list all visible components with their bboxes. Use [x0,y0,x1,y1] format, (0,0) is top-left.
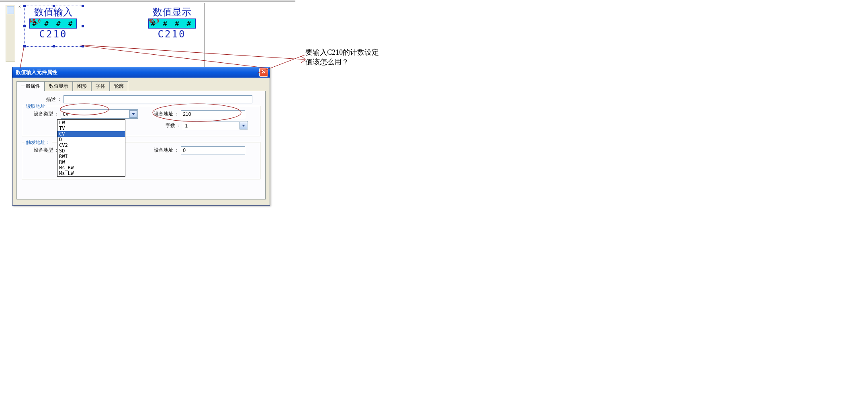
device-address-label: 设备地址 ： [154,147,179,154]
tab-graphic[interactable]: 图形 [73,81,91,91]
dropdown-option[interactable]: RWI [57,154,125,159]
dropdown-option[interactable]: D [57,137,125,142]
tab-outline[interactable]: 轮廓 [110,81,128,91]
dropdown-option[interactable]: Ms_LW [57,171,125,176]
word-count-value: 1 [183,123,239,129]
device-type-dropdown[interactable]: LWTVCVDCV2SDRWIRWMs_RWMs_LW [57,119,125,177]
widget-address: C210 [143,29,201,40]
device-type-value: CV [61,111,129,117]
dialog-tabs: 一般属性 数值显示 图形 字体 轮廓 [12,78,270,91]
description-input[interactable] [63,95,252,103]
tab-panel-general: 描述 ： 读取地址 设备类型 ： CV 设备地址 ： 字数 ： 1 [16,91,266,199]
tab-general[interactable]: 一般属性 [16,81,45,91]
description-label: 描述 ： [22,96,62,103]
dropdown-option[interactable]: SD [57,148,125,154]
device-type-combo[interactable]: CV [61,109,138,119]
group-title: 触发地址： [25,139,52,146]
close-icon [262,70,266,74]
tab-numeric-display[interactable]: 数值显示 [45,81,73,91]
device-address-input[interactable] [181,110,245,118]
dialog-title: 数值输入元件属性 [16,69,57,76]
panel-close-x[interactable]: × [17,4,23,10]
chevron-down-icon[interactable] [240,122,247,130]
selection-handles[interactable] [24,6,83,47]
chevron-down-icon[interactable] [129,110,137,118]
svg-line-3 [301,60,305,63]
device-type-label: 设备类型 ： [25,147,59,154]
canvas-divider [205,3,205,68]
dropdown-option[interactable]: RW [57,159,125,165]
design-canvas: × 数值输入 NE_0 # # # # C210 数值显示 ND_0 # # #… [0,2,295,66]
dropdown-option[interactable]: CV2 [57,142,125,148]
dropdown-option[interactable]: TV [57,125,125,131]
annotation-text: 要输入C210的计数设定 值该怎么用？ [305,47,379,67]
device-address-label: 设备地址 ： [154,111,179,117]
dialog-titlebar[interactable]: 数值输入元件属性 [12,67,270,78]
dropdown-option[interactable]: CV [57,131,125,137]
device-type-label: 设备类型 ： [25,111,59,117]
dropdown-option[interactable]: LW [57,120,125,125]
vertical-scrollbar[interactable] [6,5,15,62]
widget-badge: ND_0 [149,18,160,24]
widget-title: 数值显示 [143,6,201,18]
device-address-input[interactable] [181,146,245,154]
svg-line-2 [301,56,305,60]
dropdown-option[interactable]: Ms_RW [57,165,125,171]
word-count-combo[interactable]: 1 [183,121,248,130]
tab-font[interactable]: 字体 [91,81,110,91]
word-count-label: 字数 ： [153,122,181,129]
group-title: 读取地址 [25,103,47,110]
numeric-display-widget[interactable]: 数值显示 ND_0 # # # # C210 [143,6,201,40]
properties-dialog: 数值输入元件属性 一般属性 数值显示 图形 字体 轮廓 描述 ： 读取地址 设备… [12,67,270,206]
dialog-close-button[interactable] [259,68,268,77]
scrollbar-thumb[interactable] [7,6,14,14]
widget-badge: NE_0 [30,18,41,24]
